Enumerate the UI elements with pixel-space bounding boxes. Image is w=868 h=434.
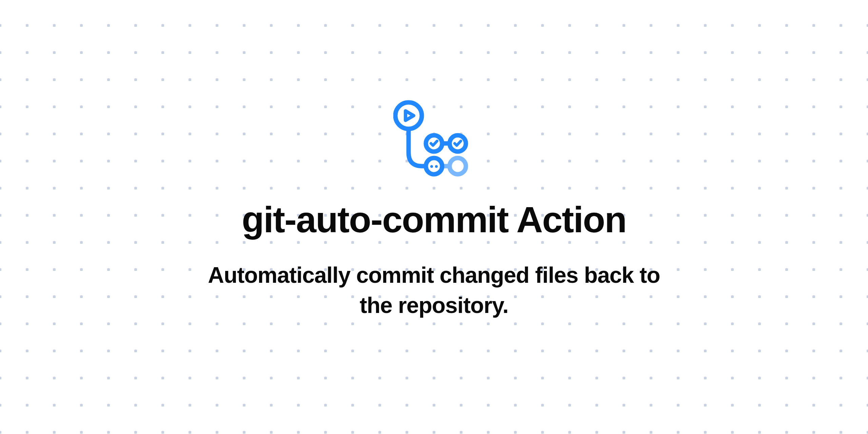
- svg-point-7: [435, 165, 438, 168]
- svg-point-2: [395, 102, 422, 129]
- github-actions-workflow-icon: [393, 100, 475, 179]
- page-subtitle: Automatically commit changed files back …: [197, 260, 671, 320]
- svg-point-5: [426, 158, 442, 174]
- page-title: git-auto-commit Action: [242, 200, 626, 240]
- svg-point-8: [450, 158, 466, 174]
- svg-point-6: [430, 165, 433, 168]
- hero-card: git-auto-commit Action Automatically com…: [197, 100, 671, 321]
